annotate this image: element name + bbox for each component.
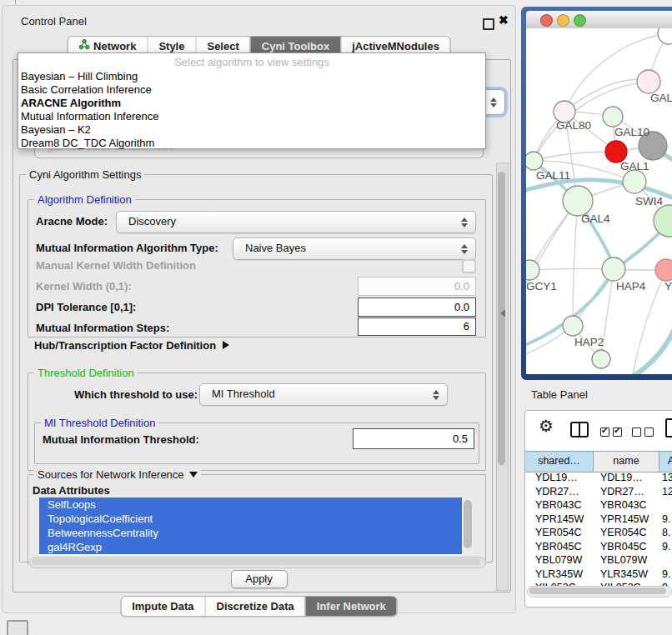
- algorithm-option[interactable]: Dream8 DC_TDC Algorithm: [21, 137, 154, 150]
- data-attribute-item[interactable]: TopologicalCoefficient: [39, 512, 474, 526]
- aracne-mode-combo[interactable]: Discovery: [116, 211, 476, 233]
- sources-group-toggle[interactable]: Sources for Network Inference: [34, 468, 201, 481]
- network-node-gal-partial[interactable]: [637, 70, 660, 93]
- split-pane-collapse-arrow[interactable]: [500, 309, 505, 318]
- table-row[interactable]: YPR145WYPR145W9.: [525, 512, 672, 527]
- data-attributes-list[interactable]: SelfLoopsTopologicalCoefficientBetweenne…: [39, 498, 474, 556]
- data-attribute-item[interactable]: gal4RGexp: [39, 540, 474, 554]
- table-row[interactable]: YBR043CYBR043C: [525, 498, 672, 512]
- network-node-GAL1[interactable]: [623, 170, 646, 193]
- node-label-HAP4: HAP4: [616, 280, 646, 292]
- network-node-GAL4[interactable]: [563, 186, 593, 216]
- node-label-HAP2: HAP2: [574, 336, 604, 348]
- group-title: Threshold Definition: [34, 367, 138, 379]
- column-header-3[interactable]: A: [659, 452, 672, 472]
- algorithm-option[interactable]: Bayesian – Hill Climbing: [21, 70, 138, 83]
- close-traffic-light-icon[interactable]: [540, 14, 553, 27]
- algorithm-option[interactable]: Bayesian – K2: [21, 123, 91, 137]
- minimize-traffic-light-icon[interactable]: [557, 14, 569, 27]
- tab-infer-network[interactable]: Infer Network: [305, 597, 397, 616]
- node-label-GAL10: GAL10: [614, 126, 649, 138]
- network-window-titlebar[interactable]: [526, 11, 672, 29]
- network-node-GAL10[interactable]: [603, 107, 623, 127]
- float-icon[interactable]: [483, 18, 494, 30]
- table-row[interactable]: YDL19…YDL19…13: [525, 471, 672, 485]
- split-columns-icon[interactable]: [570, 422, 589, 438]
- floating-panel-icon[interactable]: [7, 620, 28, 635]
- hub-section-toggle[interactable]: Hub/Transcription Factor Definition: [34, 339, 229, 352]
- table-cell: YPR145W: [525, 512, 594, 527]
- mi-steps-field[interactable]: 6: [358, 318, 476, 336]
- kernel-width-value: 0.0: [359, 278, 475, 295]
- table-row[interactable]: YER054CYER054C8.: [525, 526, 672, 540]
- table-cell: [659, 498, 672, 512]
- table-cell: 8.: [659, 526, 672, 540]
- gear-icon[interactable]: ⚙: [539, 416, 554, 436]
- mi-threshold-value: 0.5: [354, 429, 474, 448]
- sources-title: Sources for Network Inference: [38, 468, 184, 481]
- table-cell: 13: [659, 471, 672, 485]
- mi-steps-value: 6: [359, 318, 475, 335]
- checked-checkboxes-icon[interactable]: [600, 425, 625, 440]
- table-hscrollbar[interactable]: [527, 586, 672, 598]
- node-label-GAL4: GAL4: [581, 212, 610, 225]
- mi-threshold-field[interactable]: 0.5: [353, 428, 474, 449]
- network-node-SWI4[interactable]: [654, 205, 672, 237]
- which-threshold-combo[interactable]: MI Threshold: [199, 383, 448, 406]
- apply-button[interactable]: Apply: [231, 570, 288, 588]
- node-label-GCY1: GCY1: [526, 280, 557, 292]
- table-cell: YDL19…: [525, 471, 594, 485]
- scrollbar-thumb[interactable]: [498, 172, 505, 465]
- column-header-2[interactable]: name: [594, 452, 659, 472]
- stepper-arrows-icon: [461, 218, 468, 228]
- sources-hscrollbar[interactable]: [29, 557, 486, 568]
- group-title: Cyni Algorithm Settings: [26, 168, 144, 181]
- data-attribute-item[interactable]: SelfLoops: [39, 498, 474, 512]
- network-node-node-bottom[interactable]: [592, 350, 610, 368]
- mi-type-combo[interactable]: Naive Bayes: [233, 238, 476, 260]
- zoom-traffic-light-icon[interactable]: [574, 14, 586, 27]
- mi-type-label: Mutual Information Algorithm Type:: [36, 242, 218, 254]
- scrollbar-thumb[interactable]: [529, 588, 666, 594]
- network-node-GAL11[interactable]: [526, 152, 543, 170]
- network-edge[interactable]: [564, 80, 649, 112]
- algorithm-option[interactable]: ARACNE Algorithm: [21, 97, 121, 110]
- network-node-salmon-node[interactable]: [655, 259, 672, 281]
- list-scrollbar[interactable]: [462, 498, 474, 556]
- kernel-width-field[interactable]: 0.0: [358, 277, 476, 296]
- table-row[interactable]: YLR345WYLR345W9.: [525, 568, 672, 582]
- network-node-HAP2[interactable]: [563, 316, 583, 336]
- data-attribute-item[interactable]: BetweennessCentrality: [39, 526, 474, 540]
- stepper-arrows-icon: [461, 244, 468, 254]
- settings-vscrollbar[interactable]: [496, 162, 509, 591]
- table-row[interactable]: YBR045CYBR045C9.: [525, 540, 672, 554]
- column-header-1[interactable]: shared…: [525, 452, 594, 472]
- scrollbar-thumb[interactable]: [464, 500, 472, 548]
- network-edge[interactable]: [534, 152, 616, 161]
- unchecked-checkboxes-icon[interactable]: [632, 425, 657, 440]
- network-edge[interactable]: [529, 268, 614, 270]
- close-icon[interactable]: ✖: [499, 13, 509, 27]
- tab-impute-data[interactable]: Impute Data: [121, 597, 204, 616]
- aracne-mode-value: Discovery: [128, 212, 475, 232]
- stepper-arrows-icon: [433, 390, 439, 400]
- algorithm-dropdown-popup: Select algorithm to view settings Bayesi…: [18, 52, 486, 149]
- algorithm-option[interactable]: Basic Correlation Inference: [21, 83, 152, 97]
- dpi-tolerance-field[interactable]: 0.0: [358, 298, 476, 317]
- stepper-arrows-icon: [490, 98, 497, 108]
- network-edge[interactable]: [573, 201, 578, 326]
- table-body: YDL19…YDL19…13YDR27…YDR27…12YBR043CYBR04…: [525, 471, 672, 595]
- network-node-HAP4[interactable]: [602, 258, 625, 281]
- network-node-node-top[interactable]: [658, 28, 672, 44]
- panel-title: Control Panel: [21, 15, 87, 28]
- table-row[interactable]: YDR27…YDR27…12: [525, 485, 672, 499]
- network-canvas[interactable]: GALGAL80GAL10GAL1GAL11SWI4GAL4GCY1HAP4YH…: [526, 28, 672, 374]
- document-icon[interactable]: [665, 418, 672, 438]
- scrollbar-thumb[interactable]: [32, 558, 480, 565]
- algorithm-option[interactable]: Mutual Information Inference: [21, 110, 158, 123]
- dpi-tolerance-label: DPI Tolerance [0,1]:: [36, 301, 136, 313]
- table-row[interactable]: YBL079WYBL079W: [525, 553, 672, 568]
- tab-discretize-data[interactable]: Discretize Data: [205, 597, 305, 616]
- table-cell: YDR27…: [525, 485, 594, 499]
- manual-kernel-checkbox[interactable]: [462, 259, 476, 273]
